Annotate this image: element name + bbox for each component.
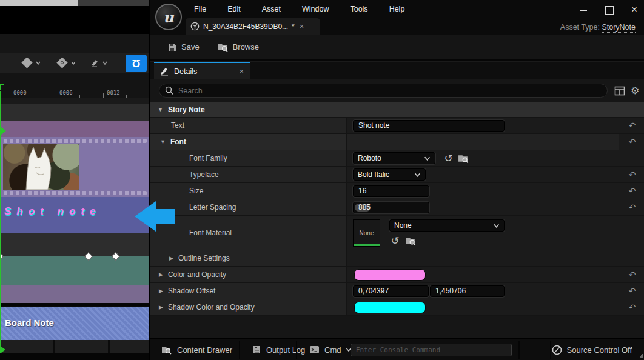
settings-gear-icon[interactable]: ⚙	[631, 85, 643, 97]
row-letter-spacing: Letter Spacing 885 ↶	[150, 199, 644, 216]
snap-magnet-button[interactable]: Ω	[126, 55, 147, 72]
statusbar: Content Drawer Output Log Cmd	[150, 338, 644, 360]
font-material-dropdown[interactable]: None	[389, 219, 505, 232]
top-strip-dark	[78, 0, 149, 6]
expand-triangle-icon[interactable]: ▶	[159, 272, 163, 278]
edit-pen-icon[interactable]	[90, 58, 99, 68]
annotation-arrow	[135, 201, 175, 232]
menu-asset[interactable]: Asset	[260, 3, 283, 15]
details-tab-close-icon[interactable]: ×	[239, 67, 244, 76]
shot-thumbnail-image	[3, 144, 79, 190]
row-typeface: Typeface Bold Italic ↶	[150, 167, 644, 183]
top-strip-light	[0, 0, 78, 6]
use-selected-asset-icon[interactable]: ↺	[389, 235, 401, 247]
search-row: ⚙	[150, 79, 644, 102]
sequencer-toolbar: Ω	[0, 53, 149, 73]
details-property-grid: ▼ Story Note Text Shot note ↶ ▼ Font ↶ F…	[150, 102, 644, 338]
color-and-opacity-swatch[interactable]	[354, 269, 426, 281]
timeline-ruler[interactable]: 0000 0006 0012	[0, 73, 149, 98]
menu-file[interactable]: File	[192, 3, 209, 15]
reset-to-default-button[interactable]: ↶	[629, 270, 636, 279]
keyframe-diamond-icon[interactable]	[21, 57, 32, 68]
reset-to-default-button[interactable]: ↶	[629, 186, 636, 196]
expand-triangle-icon[interactable]: ▶	[159, 304, 163, 310]
menu-edit[interactable]: Edit	[225, 3, 243, 15]
asset-toolbar: Save Browse	[150, 35, 644, 61]
details-icon	[160, 67, 169, 76]
text-value-input[interactable]: Shot note	[353, 120, 505, 132]
source-control-button[interactable]: Source Control Off	[546, 339, 638, 360]
filmstrip-sprockets	[4, 139, 147, 143]
details-tab[interactable]: Details ×	[154, 62, 250, 79]
toolbar-separator	[121, 56, 121, 70]
chevron-down-icon[interactable]	[35, 60, 41, 66]
filmstrip-track[interactable]	[0, 137, 149, 197]
console-command-input[interactable]	[351, 344, 512, 356]
font-family-dropdown[interactable]: Roboto	[353, 152, 435, 164]
asset-tab[interactable]: N_30A34B2F45B39DB0... * ×	[186, 18, 320, 35]
reset-to-default-button[interactable]: ↶	[629, 121, 636, 130]
typeface-dropdown[interactable]: Bold Italic	[353, 168, 426, 181]
reset-to-default-button[interactable]: ↶	[629, 302, 636, 312]
shadow-color-swatch[interactable]	[354, 302, 426, 313]
tab-close-icon[interactable]: ×	[300, 22, 304, 31]
reset-to-default-button[interactable]: ↶	[629, 286, 636, 296]
row-shadow-offset: ▶ Shadow Offset 0,704397 1,450706 ↶	[150, 283, 644, 299]
storyboard-panel: Ω 0000 0006 0012	[0, 0, 149, 360]
content-drawer-button[interactable]: Content Drawer	[155, 339, 238, 360]
shadow-offset-y-input[interactable]: 1,450706	[430, 285, 505, 297]
expand-triangle-icon[interactable]: ▶	[159, 288, 163, 294]
playhead-bracket	[0, 84, 4, 90]
save-button[interactable]: Save	[161, 39, 206, 56]
shot-note-track[interactable]: Shot note	[0, 197, 149, 233]
chevron-down-icon[interactable]	[70, 60, 76, 66]
menu-help[interactable]: Help	[387, 3, 408, 15]
row-size: Size 16 ↶	[150, 183, 644, 199]
shot-note-overlay-text: Shot note	[4, 205, 150, 218]
browse-to-asset-icon[interactable]	[405, 235, 417, 247]
filmstrip-sprockets	[4, 191, 147, 195]
category-story-note[interactable]: ▼ Story Note	[150, 102, 644, 118]
board-note-clip[interactable]: Board Note	[0, 306, 149, 340]
minimize-button[interactable]	[579, 5, 588, 15]
asset-tab-label: N_30A34B2F45B39DB0...	[203, 22, 288, 31]
shadow-offset-x-input[interactable]: 0,704397	[353, 285, 429, 297]
screenshot-root: Ω 0000 0006 0012	[0, 0, 644, 360]
row-font-family: Font Family Roboto ↺	[150, 150, 644, 167]
keyframe-track[interactable]	[0, 256, 149, 285]
asset-icon	[190, 22, 200, 31]
magnet-icon: Ω	[132, 58, 141, 68]
scroll-track[interactable]	[0, 340, 149, 353]
asset-type-link[interactable]: StoryNote	[602, 23, 636, 33]
expand-triangle-icon[interactable]: ▶	[169, 255, 173, 261]
viewport-black	[0, 6, 149, 34]
board-note-label: Board Note	[5, 318, 54, 328]
category-font[interactable]: ▼ Font ↶	[150, 134, 644, 150]
reset-to-default-button[interactable]: ↶	[629, 170, 636, 179]
reset-to-default-button[interactable]: ↶	[629, 137, 636, 147]
row-color-and-opacity: ▶ Color and Opacity ↶	[150, 267, 644, 283]
window-controls: ×	[579, 5, 639, 15]
cmd-button[interactable]: Cmd	[303, 339, 358, 360]
collapse-triangle-icon[interactable]: ▼	[160, 139, 166, 145]
search-input[interactable]	[178, 87, 602, 95]
letter-spacing-input[interactable]: 885	[353, 202, 429, 213]
unreal-logo-icon: u	[155, 4, 182, 30]
chevron-down-icon[interactable]	[102, 60, 108, 66]
menu-tools[interactable]: Tools	[347, 3, 370, 15]
close-button[interactable]: ×	[629, 5, 639, 15]
auto-key-diamond-icon[interactable]	[56, 57, 67, 68]
material-thumbnail[interactable]: None	[353, 219, 380, 247]
reset-to-default-button[interactable]: ↶	[629, 202, 636, 212]
browse-to-asset-icon[interactable]	[458, 153, 469, 164]
maximize-button[interactable]	[604, 5, 614, 15]
display-grid-icon[interactable]	[614, 85, 626, 97]
size-input[interactable]: 16	[353, 185, 429, 197]
browse-button[interactable]: Browse	[212, 39, 265, 56]
output-log-button[interactable]: Output Log	[246, 339, 311, 360]
menu-window[interactable]: Window	[300, 3, 331, 15]
collapse-triangle-icon[interactable]: ▼	[158, 107, 163, 113]
ruler-tick-label: 0012	[107, 90, 120, 96]
resize-corner[interactable]	[639, 353, 643, 358]
use-selected-asset-icon[interactable]: ↺	[443, 153, 454, 164]
